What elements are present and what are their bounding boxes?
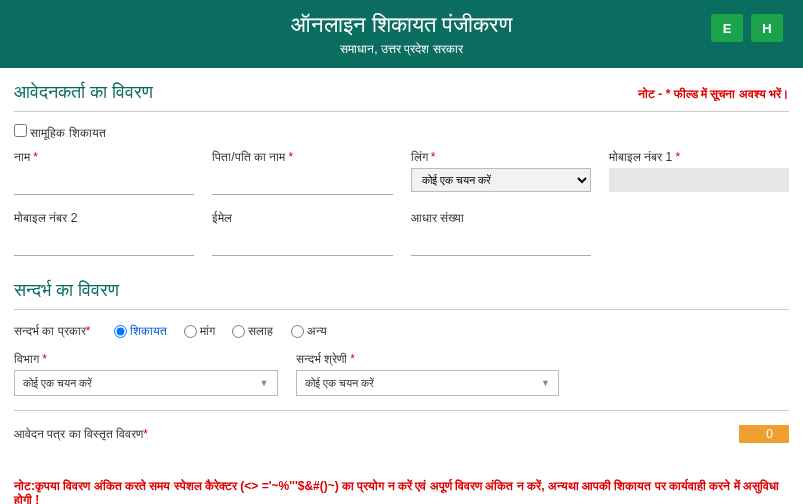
group-complaint-label: सामूहिक शिकायत [30, 126, 105, 140]
mobile2-input[interactable] [14, 229, 194, 256]
radio-advice[interactable] [232, 325, 245, 338]
aadhaar-input[interactable] [411, 229, 591, 256]
reference-type-label: सन्दर्भ का प्रकार* [14, 324, 90, 338]
reference-type-row: सन्दर्भ का प्रकार* शिकायत मांग सलाह अन्य [14, 310, 789, 348]
section-applicant-details: आवेदनकर्ता का विवरण नोट - * फील्ड में सू… [14, 68, 789, 112]
father-label: पिता/पति का नाम * [212, 150, 392, 164]
name-label: नाम * [14, 150, 194, 164]
page-header: ऑनलाइन शिकायत पंजीकरण समाधान, उत्तर प्रद… [0, 0, 803, 68]
category-select[interactable]: कोई एक चयन करें ▼ [296, 370, 560, 396]
char-count-badge: 0 [739, 425, 789, 443]
section-reference-details: सन्दर्भ का विवरण [14, 266, 789, 310]
department-select[interactable]: कोई एक चयन करें ▼ [14, 370, 278, 396]
language-switcher: E H [711, 14, 783, 42]
chevron-down-icon: ▼ [260, 378, 269, 388]
section2-title-text: सन्दर्भ का विवरण [14, 280, 119, 301]
group-complaint-row: सामूहिक शिकायत [14, 112, 789, 144]
father-input[interactable] [212, 168, 392, 195]
page-title: ऑनलाइन शिकायत पंजीकरण [20, 12, 783, 38]
gender-select[interactable]: कोई एक चयन करें [411, 168, 591, 192]
mobile1-input [609, 168, 789, 192]
aadhaar-label: आधार संख्या [411, 211, 591, 225]
lang-hindi-button[interactable]: H [751, 14, 783, 42]
category-label: सन्दर्भ श्रेणी * [296, 352, 560, 366]
special-char-warning: नोट:कृपया विवरण अंकित करते समय स्पेशल कै… [14, 449, 789, 504]
page-subtitle: समाधान, उत्तर प्रदेश सरकार [20, 42, 783, 56]
email-label: ईमेल [212, 211, 392, 225]
department-label: विभाग * [14, 352, 278, 366]
detail-description-row: आवेदन पत्र का विस्तृत विवरण* 0 [14, 410, 789, 449]
group-complaint-checkbox[interactable] [14, 124, 27, 137]
mobile2-label: मोबाइल नंबर 2 [14, 211, 194, 225]
chevron-down-icon: ▼ [541, 378, 550, 388]
radio-other[interactable] [291, 325, 304, 338]
email-input[interactable] [212, 229, 392, 256]
name-input[interactable] [14, 168, 194, 195]
gender-label: लिंग * [411, 150, 591, 164]
detail-label: आवेदन पत्र का विस्तृत विवरण* [14, 427, 148, 441]
mobile1-label: मोबाइल नंबर 1 * [609, 150, 789, 164]
radio-complaint[interactable] [114, 325, 127, 338]
mandatory-note: नोट - * फील्ड में सूचना अवश्य भरें। [638, 87, 789, 101]
section-title-text: आवेदनकर्ता का विवरण [14, 82, 153, 103]
radio-demand[interactable] [184, 325, 197, 338]
lang-english-button[interactable]: E [711, 14, 743, 42]
